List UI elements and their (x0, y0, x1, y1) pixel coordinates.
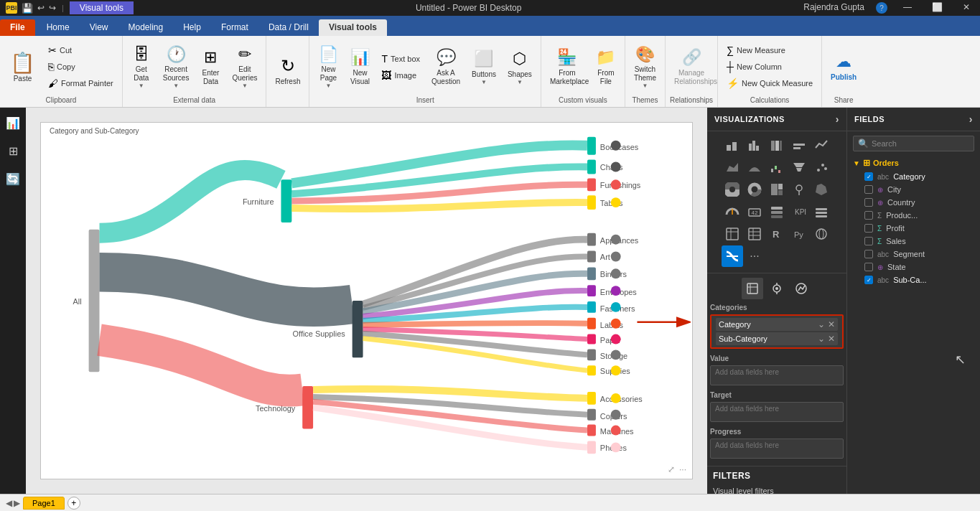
canvas-area[interactable]: Category and Sub-Category All Furniture … (26, 108, 707, 494)
switch-theme-button[interactable]: 🎨 Switch Theme ▼ (630, 42, 661, 91)
fields-search-box[interactable]: 🔍 (853, 136, 974, 151)
field-city[interactable]: ⊕ City (850, 183, 977, 196)
viz-python[interactable]: Py (788, 223, 810, 245)
value-box[interactable]: Add data fields here (710, 365, 844, 385)
format-painter-button[interactable]: 🖌 Format Painter (44, 75, 118, 91)
field-state[interactable]: ⊕ State (850, 261, 977, 273)
recent-sources-button[interactable]: 🕐 Recent Sources ▼ (159, 42, 194, 91)
help-icon[interactable]: ? (876, 2, 887, 14)
category-checkbox[interactable]: ✓ (864, 172, 873, 181)
viz-line-chart[interactable] (811, 134, 832, 156)
build-fields-tab[interactable] (742, 278, 763, 299)
viz-bar-chart[interactable] (788, 134, 810, 156)
tab-view[interactable]: View (80, 19, 118, 36)
close-button[interactable]: ✕ (958, 2, 974, 14)
ask-question-button[interactable]: 💬 Ask A Question (427, 42, 465, 91)
canvas-resize-icons[interactable]: ⤢ ··· (668, 464, 686, 474)
shapes-button[interactable]: ⬡ Shapes ▼ (503, 42, 536, 91)
new-page-button[interactable]: 📄 New Page ▼ (314, 42, 342, 91)
viz-more[interactable]: ··· (744, 245, 765, 267)
refresh-button[interactable]: ↻ Refresh (271, 47, 304, 95)
tab-data-drill[interactable]: Data / Drill (258, 19, 319, 36)
buttons-button[interactable]: ⬜ Buttons ▼ (467, 42, 500, 91)
field-product[interactable]: Σ Produc... (850, 209, 977, 222)
field-country[interactable]: ⊕ Country (850, 196, 977, 209)
edit-queries-button[interactable]: ✏ Edit Queries ▼ (228, 42, 261, 91)
paste-button[interactable]: 📋 Paste (4, 42, 41, 91)
segment-checkbox[interactable] (864, 250, 873, 258)
sub-category-field-item[interactable]: Sub-Category ⌄ ✕ (716, 332, 838, 345)
viz-stacked-bar[interactable] (722, 134, 743, 156)
product-checkbox[interactable] (864, 211, 873, 220)
add-page-button[interactable]: + (67, 497, 80, 510)
sub-category-field-controls[interactable]: ⌄ ✕ (818, 334, 835, 344)
minimize-button[interactable]: — (899, 2, 916, 14)
field-sales[interactable]: Σ Sales (850, 235, 977, 248)
tab-file[interactable]: File (0, 19, 35, 36)
viz-r-visual[interactable]: R (766, 223, 788, 245)
publish-button[interactable]: ☁ Publish (826, 42, 861, 91)
field-sub-category[interactable]: ✓ abc Sub-Ca... (850, 273, 977, 286)
viz-multi-row-card[interactable] (766, 201, 788, 222)
country-checkbox[interactable] (864, 198, 873, 207)
category-field-controls[interactable]: ⌄ ✕ (818, 319, 835, 329)
nav-data-icon[interactable]: ⊞ (6, 141, 21, 161)
viz-gauge[interactable] (722, 201, 743, 222)
sub-category-checkbox[interactable]: ✓ (864, 276, 873, 284)
manage-relationships-button[interactable]: 🔗 Manage Relationships (670, 42, 713, 91)
new-column-button[interactable]: ┼ New Column (722, 59, 817, 75)
viz-area-chart[interactable] (722, 156, 743, 178)
viz-map[interactable] (788, 179, 810, 200)
viz-filled-map[interactable] (811, 179, 832, 200)
tab-modeling[interactable]: Modeling (118, 19, 173, 36)
viz-donut[interactable] (744, 179, 765, 200)
tab-help[interactable]: Help (173, 19, 211, 36)
categories-box[interactable]: Category ⌄ ✕ Sub-Category ⌄ ✕ (710, 314, 844, 349)
field-category[interactable]: ✓ abc Category (850, 170, 977, 183)
page-1-tab[interactable]: Page1 (23, 497, 65, 510)
progress-box[interactable]: Add data fields here (710, 439, 844, 459)
viz-matrix[interactable] (744, 223, 765, 245)
viz-globe[interactable] (811, 223, 832, 245)
build-analytics-tab[interactable] (790, 278, 812, 299)
field-profit[interactable]: Σ Profit (850, 222, 977, 235)
viz-treemap[interactable] (766, 179, 788, 200)
page-nav-arrows[interactable]: ◀ ▶ (6, 498, 20, 508)
enter-data-button[interactable]: ⊞ Enter Data (196, 42, 225, 91)
text-box-button[interactable]: T Text box (377, 51, 424, 67)
nav-model-icon[interactable]: 🔄 (3, 169, 23, 189)
sub-category-chevron[interactable]: ⌄ (818, 334, 825, 344)
tab-home[interactable]: Home (37, 19, 80, 36)
sales-checkbox[interactable] (864, 237, 873, 245)
viz-waterfall[interactable] (766, 156, 788, 178)
viz-ribbon-chart[interactable] (744, 156, 765, 178)
viz-kpi[interactable]: KPI (788, 201, 810, 222)
nav-next[interactable]: ▶ (14, 498, 20, 508)
nav-prev[interactable]: ◀ (6, 498, 12, 508)
city-checkbox[interactable] (864, 185, 873, 194)
viz-scatter[interactable] (811, 156, 832, 178)
quick-redo[interactable]: ↪ (49, 3, 56, 13)
category-field-item[interactable]: Category ⌄ ✕ (716, 318, 838, 331)
get-data-button[interactable]: 🗄 Get Data ▼ (127, 42, 156, 91)
sub-category-remove[interactable]: ✕ (828, 334, 835, 344)
build-format-tab[interactable] (766, 278, 788, 299)
image-button[interactable]: 🖼 Image (377, 67, 424, 83)
orders-table[interactable]: ▼ ⊞ Orders (850, 156, 977, 170)
maximize-button[interactable]: ⬜ (928, 2, 947, 14)
cut-button[interactable]: ✂ Cut (44, 42, 118, 58)
from-marketplace-button[interactable]: 🏪 From Marketplace (546, 42, 589, 91)
resize-icon[interactable]: ⤢ (668, 464, 675, 474)
quick-save[interactable]: 💾 (22, 3, 33, 14)
tab-visual-tools[interactable]: Visual tools (319, 19, 387, 36)
viz-stacked-bar-100[interactable] (766, 134, 788, 156)
quick-undo[interactable]: ↩ (37, 3, 45, 13)
nav-report-icon[interactable]: 📊 (3, 113, 23, 133)
tab-format[interactable]: Format (211, 19, 258, 36)
category-chevron[interactable]: ⌄ (818, 319, 825, 329)
viz-card[interactable]: 42 (744, 201, 765, 222)
from-file-button[interactable]: 📁 From File (592, 42, 620, 91)
category-remove[interactable]: ✕ (828, 319, 835, 329)
fields-search-input[interactable] (872, 139, 971, 148)
viz-funnel[interactable] (788, 156, 810, 178)
